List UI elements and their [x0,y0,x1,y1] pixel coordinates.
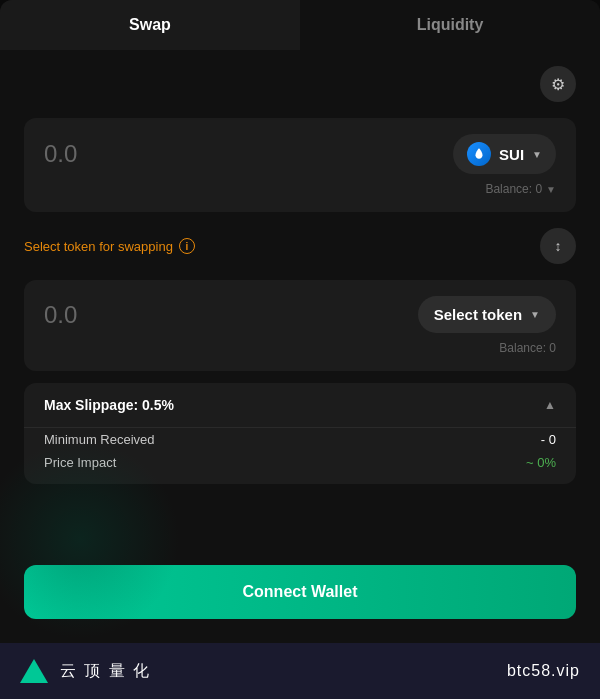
tab-swap-label: Swap [129,16,171,33]
slippage-chevron-icon: ▲ [544,398,556,412]
to-amount-input[interactable] [44,301,204,329]
from-token-chevron: ▼ [532,149,542,160]
banner-url: btc58.vip [507,662,580,680]
price-impact-row: Price Impact ~ 0% [44,455,556,470]
slippage-header[interactable]: Max Slippage: 0.5% ▲ [24,383,576,427]
to-token-row: Select token ▼ [44,296,556,333]
min-received-label: Minimum Received [44,432,155,447]
swap-direction-button[interactable]: ↕ [540,228,576,264]
warning-info-icon: i [179,238,195,254]
price-impact-label: Price Impact [44,455,116,470]
from-token-selector[interactable]: SUI ▼ [453,134,556,174]
from-balance-chevron: ▼ [546,184,556,195]
slippage-panel: Max Slippage: 0.5% ▲ Minimum Received - … [24,383,576,484]
warning-label: Select token for swapping [24,239,173,254]
min-received-row: Minimum Received - 0 [44,432,556,447]
main-content: ⚙ 0.0 SUI ▼ Balance: 0 ▼ [0,50,600,643]
min-received-value: - 0 [541,432,556,447]
from-amount-input[interactable]: 0.0 [44,140,204,168]
tab-header: Swap Liquidity [0,0,600,50]
price-impact-value: ~ 0% [526,455,556,470]
tab-liquidity-label: Liquidity [417,16,484,33]
tab-swap[interactable]: Swap [0,0,300,50]
select-token-button[interactable]: Select token ▼ [418,296,556,333]
settings-row: ⚙ [24,62,576,106]
connect-wallet-button[interactable]: Connect Wallet [24,565,576,619]
warning-text-container: Select token for swapping i [24,238,195,254]
to-balance-row: Balance: 0 [44,341,556,355]
to-balance-label: Balance: 0 [499,341,556,355]
bottom-banner: 云 顶 量 化 btc58.vip [0,643,600,699]
swap-arrows-icon: ↕ [555,238,562,254]
tab-liquidity[interactable]: Liquidity [300,0,600,50]
banner-logo [20,657,48,685]
settings-button[interactable]: ⚙ [540,66,576,102]
gear-icon: ⚙ [551,75,565,94]
select-token-chevron: ▼ [530,309,540,320]
from-balance-label: Balance: 0 [485,182,542,196]
slippage-title: Max Slippage: 0.5% [44,397,174,413]
from-token-card: 0.0 SUI ▼ Balance: 0 ▼ [24,118,576,212]
warning-row: Select token for swapping i ↕ [24,224,576,268]
slippage-details: Minimum Received - 0 Price Impact ~ 0% [24,427,576,484]
sui-icon [467,142,491,166]
select-token-label: Select token [434,306,522,323]
from-balance-row: Balance: 0 ▼ [44,182,556,196]
triangle-icon [20,659,48,683]
from-token-name: SUI [499,146,524,163]
from-token-row: 0.0 SUI ▼ [44,134,556,174]
banner-text: 云 顶 量 化 [60,661,151,682]
to-token-card: Select token ▼ Balance: 0 [24,280,576,371]
connect-wallet-label: Connect Wallet [243,583,358,600]
app-container: Swap Liquidity ⚙ 0.0 SU [0,0,600,699]
